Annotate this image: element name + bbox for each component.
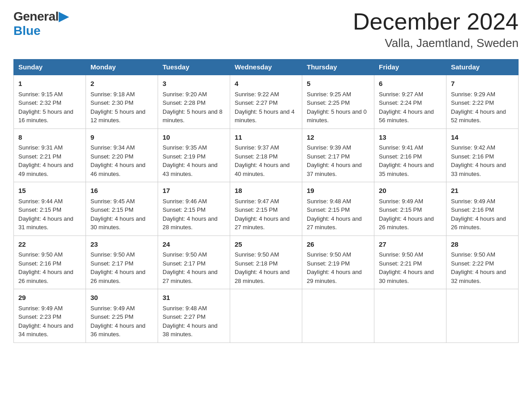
header-wednesday: Wednesday bbox=[230, 60, 302, 75]
sunrise-text: Sunrise: 9:42 AM bbox=[451, 144, 495, 151]
calendar-cell bbox=[230, 289, 302, 343]
daylight-text: Daylight: 5 hours and 0 minutes. bbox=[307, 108, 367, 124]
sunrise-text: Sunrise: 9:50 AM bbox=[163, 251, 207, 258]
daylight-text: Daylight: 5 hours and 4 minutes. bbox=[235, 108, 295, 124]
calendar-cell: 15Sunrise: 9:44 AMSunset: 2:15 PMDayligh… bbox=[14, 182, 86, 236]
calendar-cell: 25Sunrise: 9:50 AMSunset: 2:18 PMDayligh… bbox=[230, 235, 302, 289]
calendar-cell: 27Sunrise: 9:50 AMSunset: 2:21 PMDayligh… bbox=[374, 235, 446, 289]
sunset-text: Sunset: 2:16 PM bbox=[451, 153, 494, 160]
sunset-text: Sunset: 2:25 PM bbox=[90, 313, 133, 320]
day-number: 8 bbox=[18, 133, 81, 143]
daylight-text: Daylight: 5 hours and 8 minutes. bbox=[163, 108, 223, 124]
daylight-text: Daylight: 4 hours and 26 minutes. bbox=[379, 215, 434, 231]
day-number: 7 bbox=[451, 79, 514, 89]
calendar-cell: 13Sunrise: 9:41 AMSunset: 2:16 PMDayligh… bbox=[374, 128, 446, 182]
sunrise-text: Sunrise: 9:50 AM bbox=[379, 251, 423, 258]
sunset-text: Sunset: 2:23 PM bbox=[18, 313, 61, 320]
day-number: 27 bbox=[379, 240, 442, 250]
day-number: 12 bbox=[307, 133, 369, 143]
day-number: 18 bbox=[235, 186, 297, 196]
header-tuesday: Tuesday bbox=[158, 60, 230, 75]
day-number: 1 bbox=[18, 79, 81, 89]
daylight-text: Daylight: 4 hours and 30 minutes. bbox=[90, 215, 146, 231]
calendar-cell: 18Sunrise: 9:47 AMSunset: 2:15 PMDayligh… bbox=[230, 182, 302, 236]
days-header-row: SundayMondayTuesdayWednesdayThursdayFrid… bbox=[14, 60, 519, 75]
sunset-text: Sunset: 2:19 PM bbox=[163, 153, 206, 160]
daylight-text: Daylight: 4 hours and 31 minutes. bbox=[18, 215, 73, 231]
day-number: 2 bbox=[90, 79, 153, 89]
daylight-text: Daylight: 4 hours and 28 minutes. bbox=[163, 215, 218, 231]
day-number: 22 bbox=[18, 240, 81, 250]
calendar-cell: 6Sunrise: 9:27 AMSunset: 2:24 PMDaylight… bbox=[374, 75, 446, 128]
calendar-cell: 8Sunrise: 9:31 AMSunset: 2:21 PMDaylight… bbox=[14, 128, 86, 182]
calendar-cell: 9Sunrise: 9:34 AMSunset: 2:20 PMDaylight… bbox=[86, 128, 158, 182]
calendar-cell: 30Sunrise: 9:49 AMSunset: 2:25 PMDayligh… bbox=[86, 289, 158, 343]
sunrise-text: Sunrise: 9:22 AM bbox=[235, 91, 279, 98]
sunset-text: Sunset: 2:20 PM bbox=[90, 153, 133, 160]
sunrise-text: Sunrise: 9:41 AM bbox=[379, 144, 423, 151]
calendar-cell: 2Sunrise: 9:18 AMSunset: 2:30 PMDaylight… bbox=[86, 75, 158, 128]
daylight-text: Daylight: 4 hours and 27 minutes. bbox=[307, 215, 362, 231]
daylight-text: Daylight: 4 hours and 32 minutes. bbox=[451, 269, 506, 284]
sunrise-text: Sunrise: 9:35 AM bbox=[163, 144, 207, 151]
calendar-cell bbox=[446, 289, 519, 343]
day-number: 23 bbox=[90, 240, 153, 250]
sunset-text: Sunset: 2:15 PM bbox=[379, 206, 422, 213]
month-title: December 2024 bbox=[353, 9, 519, 34]
sunset-text: Sunset: 2:21 PM bbox=[379, 260, 422, 267]
day-number: 30 bbox=[90, 293, 153, 303]
calendar-cell: 12Sunrise: 9:39 AMSunset: 2:17 PMDayligh… bbox=[302, 128, 374, 182]
sunset-text: Sunset: 2:19 PM bbox=[307, 260, 350, 267]
week-row-4: 22Sunrise: 9:50 AMSunset: 2:16 PMDayligh… bbox=[14, 235, 519, 289]
calendar-cell: 3Sunrise: 9:20 AMSunset: 2:28 PMDaylight… bbox=[158, 75, 230, 128]
calendar-cell: 31Sunrise: 9:48 AMSunset: 2:27 PMDayligh… bbox=[158, 289, 230, 343]
day-number: 25 bbox=[235, 240, 297, 250]
calendar-cell: 4Sunrise: 9:22 AMSunset: 2:27 PMDaylight… bbox=[230, 75, 302, 128]
sunrise-text: Sunrise: 9:37 AM bbox=[235, 144, 279, 151]
daylight-text: Daylight: 4 hours and 33 minutes. bbox=[451, 162, 506, 177]
daylight-text: Daylight: 4 hours and 38 minutes. bbox=[163, 322, 218, 338]
header-monday: Monday bbox=[86, 60, 158, 75]
sunrise-text: Sunrise: 9:31 AM bbox=[18, 144, 63, 151]
daylight-text: Daylight: 4 hours and 26 minutes. bbox=[18, 269, 73, 284]
week-row-2: 8Sunrise: 9:31 AMSunset: 2:21 PMDaylight… bbox=[14, 128, 519, 182]
day-number: 10 bbox=[163, 133, 225, 143]
header-sunday: Sunday bbox=[14, 60, 86, 75]
day-number: 29 bbox=[18, 293, 81, 303]
day-number: 14 bbox=[451, 133, 514, 143]
sunrise-text: Sunrise: 9:49 AM bbox=[90, 305, 135, 312]
calendar-cell bbox=[374, 289, 446, 343]
sunset-text: Sunset: 2:30 PM bbox=[90, 99, 133, 106]
calendar-table: SundayMondayTuesdayWednesdayThursdayFrid… bbox=[13, 59, 519, 343]
daylight-text: Daylight: 4 hours and 37 minutes. bbox=[307, 162, 362, 177]
day-number: 19 bbox=[307, 186, 369, 196]
daylight-text: Daylight: 4 hours and 26 minutes. bbox=[451, 215, 506, 231]
sunset-text: Sunset: 2:16 PM bbox=[379, 153, 422, 160]
calendar-cell: 20Sunrise: 9:49 AMSunset: 2:15 PMDayligh… bbox=[374, 182, 446, 236]
header-friday: Friday bbox=[374, 60, 446, 75]
day-number: 3 bbox=[163, 79, 225, 89]
logo-general-text: General▶ bbox=[13, 9, 68, 24]
day-number: 20 bbox=[379, 186, 442, 196]
daylight-text: Daylight: 4 hours and 52 minutes. bbox=[451, 108, 506, 124]
sunset-text: Sunset: 2:27 PM bbox=[235, 99, 278, 106]
sunrise-text: Sunrise: 9:50 AM bbox=[451, 251, 495, 258]
sunset-text: Sunset: 2:22 PM bbox=[451, 260, 494, 267]
day-number: 6 bbox=[379, 79, 442, 89]
sunset-text: Sunset: 2:22 PM bbox=[451, 99, 494, 106]
day-number: 26 bbox=[307, 240, 369, 250]
sunrise-text: Sunrise: 9:48 AM bbox=[163, 305, 207, 312]
sunrise-text: Sunrise: 9:48 AM bbox=[307, 198, 351, 205]
sunrise-text: Sunrise: 9:45 AM bbox=[90, 198, 135, 205]
logo-blue-text: Blue bbox=[13, 24, 41, 38]
calendar-cell: 21Sunrise: 9:49 AMSunset: 2:16 PMDayligh… bbox=[446, 182, 519, 236]
daylight-text: Daylight: 4 hours and 30 minutes. bbox=[379, 269, 434, 284]
sunset-text: Sunset: 2:16 PM bbox=[451, 206, 494, 213]
week-row-5: 29Sunrise: 9:49 AMSunset: 2:23 PMDayligh… bbox=[14, 289, 519, 343]
sunrise-text: Sunrise: 9:15 AM bbox=[18, 91, 63, 98]
week-row-1: 1Sunrise: 9:15 AMSunset: 2:32 PMDaylight… bbox=[14, 75, 519, 128]
daylight-text: Daylight: 4 hours and 56 minutes. bbox=[379, 108, 434, 124]
calendar-cell: 5Sunrise: 9:25 AMSunset: 2:25 PMDaylight… bbox=[302, 75, 374, 128]
sunset-text: Sunset: 2:15 PM bbox=[90, 206, 133, 213]
sunset-text: Sunset: 2:18 PM bbox=[235, 260, 278, 267]
